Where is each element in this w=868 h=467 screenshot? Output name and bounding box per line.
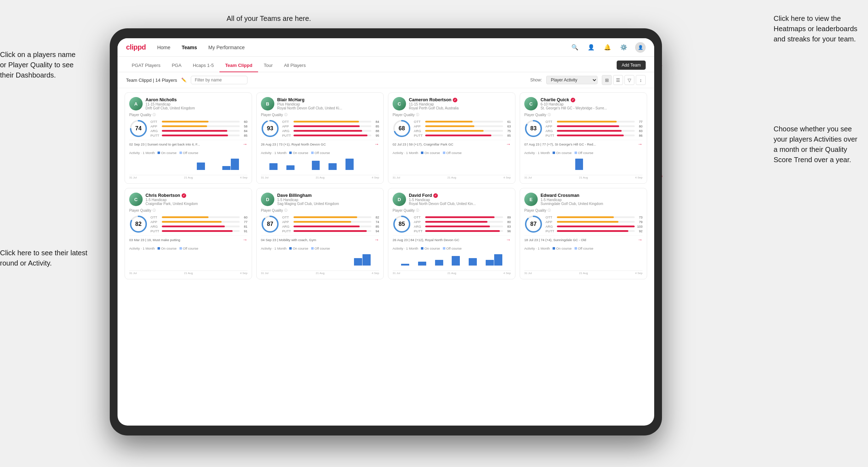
player-header: B Blair McHarg Plus Handicap Royal North… [261, 97, 379, 110]
add-team-button[interactable]: Add Team [617, 61, 646, 70]
search-icon[interactable]: 🔍 [570, 42, 580, 52]
last-round[interactable]: 26 Aug 23 | 84 (+12), Royal North Devon … [393, 235, 511, 244]
on-course-legend [553, 152, 555, 154]
score-circle[interactable]: 68 [393, 119, 411, 138]
tab-hcaps[interactable]: Hcaps 1-5 [187, 59, 219, 72]
avatar: D [261, 193, 274, 206]
player-card[interactable]: C Chris Robertson ✓ 1-5 Handicap Craigmi… [125, 188, 252, 279]
player-name[interactable]: Chris Robertson ✓ [145, 193, 247, 198]
show-select[interactable]: Player Activity Quality Score Trend [546, 76, 598, 84]
score-circle[interactable]: 83 [524, 119, 543, 138]
player-card[interactable]: B Blair McHarg Plus Handicap Royal North… [256, 92, 384, 184]
player-card[interactable]: E Edward Crossman 1-5 Handicap Sunningda… [520, 188, 647, 279]
player-name[interactable]: Edward Crossman [541, 193, 643, 198]
player-handicap: Plus Handicap [277, 102, 379, 106]
nav-home[interactable]: Home [157, 45, 170, 50]
last-round[interactable]: 07 Aug 23 | 77 (+7), St George's Hill GC… [524, 140, 643, 148]
off-course-legend [443, 152, 445, 154]
edit-icon[interactable]: ✏️ [181, 78, 187, 82]
score-circle[interactable]: 82 [129, 215, 148, 233]
last-round[interactable]: 04 Sep 23 | Mobility with coach, Gym → [261, 235, 379, 244]
sort-button[interactable]: ↕ [636, 75, 646, 85]
chart-x-labels: 31 Jul 21 Aug 4 Sep [129, 176, 247, 179]
quality-row[interactable]: 93 OTT 84 APP 85 ARG 88 PUTT [261, 119, 379, 138]
stat-row: ARG 83 [546, 129, 643, 133]
quality-row[interactable]: 87 OTT 73 APP 79 ARG 103 PUTT [524, 215, 643, 233]
nav-performance[interactable]: My Performance [209, 45, 245, 50]
last-round[interactable]: 26 Aug 23 | 73 (+1), Royal North Devon G… [261, 140, 379, 148]
tab-team-clippd[interactable]: Team Clippd [219, 59, 258, 72]
activity-chart [393, 252, 511, 271]
avatar[interactable]: 👤 [635, 42, 646, 53]
player-club: Royal Perth Golf Club, Australia [409, 106, 511, 110]
filter-view-button[interactable]: ▽ [624, 75, 634, 85]
last-round[interactable]: 18 Jul 23 | 74 (+4), Sunningdale GC - Ol… [524, 235, 643, 244]
tab-pgat[interactable]: PGAT Players [126, 59, 166, 72]
score-circle[interactable]: 93 [261, 119, 279, 138]
last-round-text: 26 Aug 23 | 73 (+1), Royal North Devon G… [261, 142, 326, 146]
last-round[interactable]: 03 Mar 23 | 19, Must make putting → [129, 235, 247, 244]
stat-row: OTT 60 [150, 120, 247, 124]
score-circle[interactable]: 87 [524, 215, 543, 233]
score-circle[interactable]: 87 [261, 215, 279, 233]
search-input[interactable] [191, 76, 247, 84]
player-card[interactable]: A Aaron Nicholls 11-15 Handicap Drift Go… [125, 92, 252, 184]
filter-bar: Team Clippd | 14 Players ✏️ Show: Player… [118, 72, 654, 88]
stat-row: PUTT 96 [414, 229, 511, 233]
stat-row: ARG 103 [546, 224, 643, 228]
nav-teams[interactable]: Teams [182, 45, 197, 50]
arrow-icon: → [374, 141, 379, 147]
quality-row[interactable]: 68 OTT 61 APP 63 ARG 75 PUTT [393, 119, 511, 138]
tab-bar: PGAT Players PGA Hcaps 1-5 Team Clippd T… [118, 57, 654, 72]
arrow-icon: → [374, 237, 379, 243]
activity-label: Activity · 1 Month On course Off course [129, 151, 247, 155]
player-card[interactable]: D David Ford ✓ 1-5 Handicap Royal North … [388, 188, 515, 279]
quality-label: Player Quality ⓘ [129, 208, 247, 213]
activity-label: Activity · 1 Month On course Off course [524, 151, 643, 155]
off-course-legend [575, 152, 577, 154]
tab-tour[interactable]: Tour [258, 59, 278, 72]
quality-row[interactable]: 83 OTT 77 APP 80 ARG 83 PUTT [524, 119, 643, 138]
quality-label: Player Quality ⓘ [393, 113, 511, 117]
player-card[interactable]: D Dave Billingham 1-5 Handicap Sag Magin… [256, 188, 384, 279]
player-card[interactable]: C Cameron Robertson ✓ 11-15 Handicap Roy… [388, 92, 515, 184]
avatar: B [261, 97, 274, 110]
player-card[interactable]: C Charlie Quick ✓ 6-10 Handicap St. Geor… [520, 92, 647, 184]
activity-chart [393, 156, 511, 175]
grid-view-button[interactable]: ⊞ [602, 75, 612, 85]
arrow-icon: → [242, 237, 247, 243]
player-name[interactable]: Charlie Quick ✓ [541, 97, 643, 102]
quality-row[interactable]: 82 OTT 60 APP 77 ARG 81 PUTT [129, 215, 247, 233]
settings-icon[interactable]: ⚙️ [619, 42, 629, 52]
annotation-activities: Choose whether you seeyour players Activ… [773, 124, 857, 165]
on-course-legend [421, 152, 423, 154]
player-name[interactable]: Cameron Robertson ✓ [409, 97, 511, 102]
user-icon[interactable]: 👤 [586, 42, 596, 52]
stat-row: ARG 75 [414, 129, 511, 133]
last-round-text: 03 Mar 23 | 19, Must make putting [129, 238, 180, 242]
player-name[interactable]: David Ford ✓ [409, 193, 511, 198]
list-view-button[interactable]: ☰ [613, 75, 623, 85]
quality-label: Player Quality ⓘ [524, 113, 643, 117]
bell-icon[interactable]: 🔔 [603, 42, 612, 52]
on-course-legend [158, 247, 160, 250]
stat-row: ARG 85 [282, 224, 379, 228]
last-round[interactable]: 02 Sep 23 | Sunset round to get back int… [129, 140, 247, 148]
player-name[interactable]: Aaron Nicholls [145, 97, 247, 102]
tab-all-players[interactable]: All Players [278, 59, 311, 72]
score-circle[interactable]: 74 [129, 119, 148, 138]
last-round[interactable]: 02 Jul 23 | 59 (+17), Craigmillar Park G… [393, 140, 511, 148]
player-handicap: 1-5 Handicap [541, 198, 643, 202]
quality-row[interactable]: 85 OTT 89 APP 80 ARG 83 PUTT [393, 215, 511, 233]
player-name[interactable]: Dave Billingham [277, 193, 379, 198]
stat-row: PUTT 92 [546, 229, 643, 233]
tab-pga[interactable]: PGA [166, 59, 187, 72]
score-circle[interactable]: 85 [393, 215, 411, 233]
avatar: C [393, 97, 406, 110]
activity-section: Activity · 1 Month On course Off course … [261, 151, 379, 179]
quality-row[interactable]: 87 OTT 82 APP 74 ARG 85 PUTT [261, 215, 379, 233]
stats-container: OTT 60 APP 77 ARG 81 PUTT 91 [150, 215, 247, 233]
last-round-text: 04 Sep 23 | Mobility with coach, Gym [261, 238, 316, 242]
quality-row[interactable]: 74 OTT 60 APP 58 ARG 84 PUTT [129, 119, 247, 138]
player-name[interactable]: Blair McHarg [277, 97, 379, 102]
